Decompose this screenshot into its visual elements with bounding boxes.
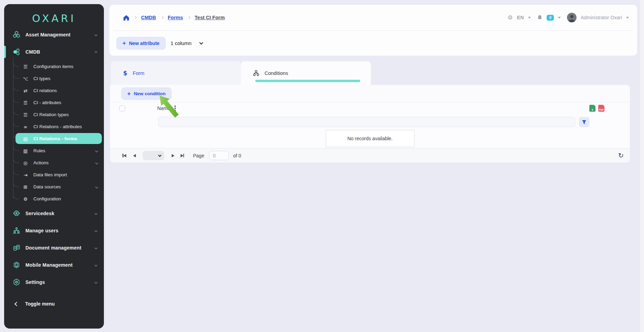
sidebar-item-ci-types[interactable]: ⌥ CI types — [4, 73, 104, 85]
filter-button[interactable] — [579, 117, 589, 127]
sidebar-item-label: Settings — [25, 279, 45, 285]
cmdb-icon — [12, 48, 21, 56]
conditions-toolbar: + New condition — [110, 85, 630, 102]
filter-row — [110, 114, 630, 130]
mobile-phone-icon — [12, 261, 21, 269]
page-size-select[interactable] — [143, 151, 164, 160]
app-logo: OXARI — [4, 4, 104, 26]
scrollbar[interactable] — [640, 0, 644, 332]
chevron-left-icon — [14, 302, 19, 306]
new-attribute-button[interactable]: + New attribute — [116, 37, 166, 50]
package-icon: ⊞ — [22, 184, 29, 190]
sidebar-item-data-sources[interactable]: ⊞ Data sources — [4, 181, 104, 193]
chevron-down-icon[interactable] — [528, 17, 531, 19]
sidebar-item-document-management[interactable]: Document management — [4, 239, 104, 256]
sidebar-item-ci-relation-types[interactable]: ☰ CI Relation types — [4, 109, 104, 121]
page-label: Page — [193, 153, 204, 158]
plus-icon: + — [127, 91, 131, 97]
sidebar-item-label: Asset Management — [25, 32, 71, 37]
breadcrumb-link-forms[interactable]: Forms — [168, 15, 183, 20]
chevron-up-icon — [95, 51, 97, 54]
new-condition-button[interactable]: + New condition — [121, 87, 172, 100]
chevron-down-icon — [158, 153, 161, 157]
form-tab-icon: $ — [123, 70, 127, 77]
chevron-down-icon — [95, 185, 98, 188]
chevron-down-icon[interactable] — [558, 17, 561, 19]
list-icon: ☰ — [22, 100, 29, 106]
sidebar-item-data-files-import[interactable]: ⇥ Data files import — [4, 169, 104, 181]
select-all-checkbox[interactable] — [119, 106, 125, 111]
chevron-down-icon — [95, 212, 97, 215]
name-column-header: Name — [157, 106, 170, 111]
cmdb-submenu: ☰ Configuration items ⌥ CI types ⇄ CI re… — [4, 60, 104, 205]
sidebar-item-settings[interactable]: Settings — [4, 274, 104, 291]
breadcrumb-separator-icon — [187, 16, 190, 19]
name-filter-input[interactable] — [158, 117, 575, 127]
sidebar-item-servicedesk[interactable]: Servicedesk — [4, 205, 104, 222]
home-icon[interactable] — [123, 15, 129, 21]
sidebar: OXARI Asset Management CMDB — [4, 4, 104, 329]
header-controls: ⚙ EN 0 Admini — [507, 13, 629, 22]
gear-icon[interactable]: ⚙ — [507, 14, 513, 21]
export-pdf-icon[interactable]: PDF — [598, 105, 604, 112]
sidebar-item-label: CMDB — [25, 49, 40, 55]
next-page-button[interactable] — [172, 154, 174, 157]
sidebar-item-ci-relations[interactable]: ⇄ CI relations — [4, 85, 104, 97]
sidebar-item-ci-relations-attributes[interactable]: ∞ CI Relations - attributes — [4, 121, 104, 133]
active-tab-indicator — [255, 80, 360, 82]
notification-badge[interactable]: 0 — [547, 15, 554, 21]
chevron-down-icon[interactable] — [626, 17, 629, 19]
breadcrumb-current: Test CI Form — [195, 15, 225, 20]
users-icon — [12, 226, 21, 235]
table-header-row: Name X PDF — [110, 102, 630, 114]
bell-icon[interactable] — [537, 15, 543, 21]
sidebar-item-asset-management[interactable]: Asset Management — [4, 26, 104, 43]
sidebar-item-ci-attributes[interactable]: ☰ CI - attributes — [4, 97, 104, 109]
refresh-icon[interactable]: ↻ — [618, 152, 625, 159]
header-card: CMDB Forms Test CI Form ⚙ EN 0 — [109, 5, 637, 56]
sidebar-item-cmdb[interactable]: CMDB — [4, 43, 104, 60]
column-layout-select[interactable]: 1 column — [171, 40, 203, 46]
avatar[interactable] — [567, 13, 577, 22]
active-section-indicator — [4, 46, 6, 58]
form-toolbar: + New attribute 1 column — [109, 31, 637, 56]
sidebar-item-configuration[interactable]: ⚙ Configuration — [4, 193, 104, 205]
chevron-down-icon — [95, 281, 97, 284]
sidebar-item-mobile-management[interactable]: Mobile Management — [4, 256, 104, 274]
last-page-button[interactable] — [181, 154, 184, 157]
sidebar-item-rules[interactable]: ▥ Rules — [4, 145, 104, 157]
sidebar-item-manage-users[interactable]: Manage users — [4, 222, 104, 239]
sidebar-item-actions[interactable]: ◎ Actions — [4, 157, 104, 169]
toggle-menu-button[interactable]: Toggle menu — [4, 297, 104, 311]
breadcrumb-link-cmdb[interactable]: CMDB — [141, 15, 156, 20]
tab-form[interactable]: $ Form — [111, 61, 241, 85]
chevron-down-icon — [95, 33, 97, 36]
list-icon: ☰ — [22, 112, 29, 118]
tab-conditions[interactable]: Conditions — [241, 61, 371, 85]
table-body: No records available. — [110, 130, 630, 148]
sidebar-item-label: Servicedesk — [25, 211, 54, 216]
document-icon: ▤ — [22, 136, 29, 142]
first-page-button[interactable] — [122, 154, 126, 157]
headset-icon — [12, 209, 21, 218]
sidebar-item-configuration-items[interactable]: ☰ Configuration items — [4, 60, 104, 73]
export-buttons: X PDF — [589, 105, 604, 112]
chevron-down-icon — [95, 264, 97, 266]
type-tree-icon: ⌥ — [22, 76, 29, 81]
breadcrumb-separator-icon — [134, 16, 137, 19]
export-excel-icon[interactable]: X — [589, 105, 595, 112]
column-menu-icon[interactable] — [173, 104, 177, 112]
previous-page-button[interactable] — [133, 154, 136, 157]
user-menu[interactable]: Administrator Oxari — [581, 15, 622, 20]
conditions-panel: + New condition Name X PDF No records a — [110, 85, 630, 163]
documents-icon — [12, 244, 21, 252]
bar-chart-icon: ▥ — [22, 148, 29, 154]
sidebar-item-label: Mobile Management — [25, 262, 73, 268]
file-import-icon: ⇥ — [22, 172, 29, 178]
language-selector[interactable]: EN — [517, 15, 524, 20]
breadcrumb-separator-icon — [160, 16, 163, 19]
sidebar-item-label: Manage users — [25, 228, 58, 233]
page-number-input[interactable] — [209, 151, 229, 160]
sitemap-icon — [253, 70, 259, 76]
sidebar-item-ci-relations-forms[interactable]: ▤ CI Relations - forms — [4, 133, 104, 145]
